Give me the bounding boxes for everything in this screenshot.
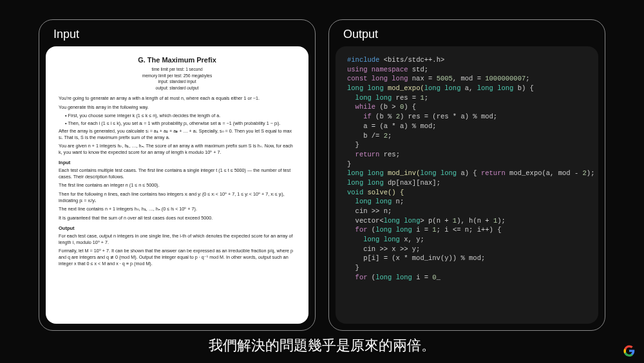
input-panel-label: Input bbox=[39, 20, 315, 46]
output-panel: Output #include <bits/stdc++.h> using na… bbox=[328, 19, 605, 331]
output-mode: output: standard output bbox=[59, 86, 296, 91]
problem-text: Each test contains multiple test cases. … bbox=[59, 167, 296, 180]
output-heading: Output bbox=[59, 225, 296, 232]
problem-text: Then for the following n lines, each lin… bbox=[59, 191, 296, 203]
dual-panel-container: Input G. The Maximum Prefix time limit p… bbox=[0, 0, 644, 363]
problem-bullet: First, you choose some integer k (1 ≤ k … bbox=[65, 113, 296, 119]
input-heading: Input bbox=[59, 160, 296, 166]
code-output: #include <bits/stdc++.h> using namespace… bbox=[336, 46, 598, 324]
problem-text: You're going to generate an array a with… bbox=[59, 95, 296, 102]
google-logo-icon bbox=[623, 345, 635, 357]
problem-text: For each test case, output n integers in… bbox=[59, 233, 296, 245]
time-limit: time limit per test: 1 second bbox=[59, 67, 296, 73]
memory-limit: memory limit per test: 256 megabytes bbox=[59, 73, 296, 79]
problem-text: Formally, let M = 10⁹ + 7. It can be sho… bbox=[59, 248, 296, 266]
problem-document: G. The Maximum Prefix time limit per tes… bbox=[46, 46, 308, 324]
video-subtitle: 我們解決的問題幾乎是原來的兩倍。 bbox=[0, 336, 644, 355]
problem-bullet: Then, for each i (1 ≤ i ≤ k), you set aᵢ… bbox=[65, 120, 296, 127]
problem-text: The next line contains n + 1 integers h₀… bbox=[59, 206, 296, 212]
output-panel-label: Output bbox=[329, 20, 605, 46]
problem-text: You generate this array in the following… bbox=[59, 104, 296, 111]
problem-text: You are given n + 1 integers h₀, h₁, …, … bbox=[59, 143, 296, 155]
input-panel: Input G. The Maximum Prefix time limit p… bbox=[39, 19, 316, 331]
problem-text: After the array is generated, you calcul… bbox=[59, 128, 296, 140]
problem-text: The first line contains an integer n (1 … bbox=[59, 182, 296, 189]
input-mode: input: standard input bbox=[59, 79, 296, 85]
problem-title: G. The Maximum Prefix bbox=[59, 55, 296, 65]
problem-text: It is guaranteed that the sum of n over … bbox=[59, 215, 296, 221]
